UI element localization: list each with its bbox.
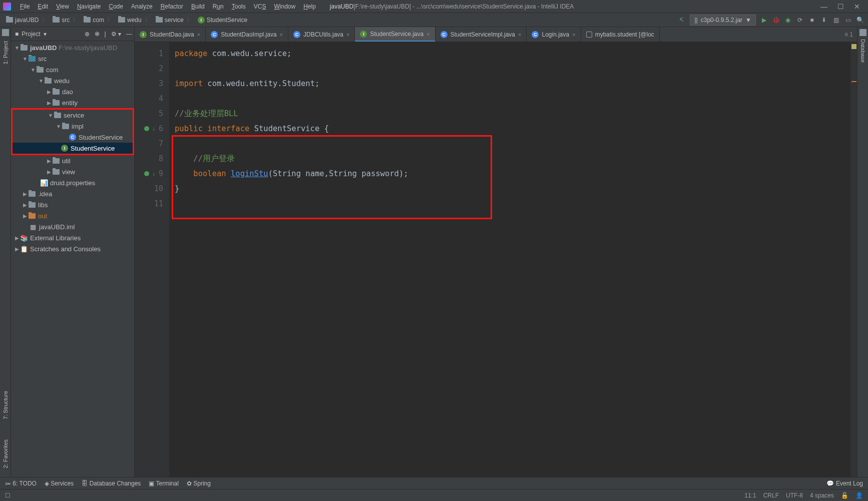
todo-tool-tab[interactable]: ≔ 6: TODO [5,480,37,487]
spring-tool-tab[interactable]: ✿ Spring [187,480,211,487]
search-icon[interactable]: 🔍 [856,16,864,24]
readonly-lock-icon[interactable]: 🔓 [841,492,848,499]
tree-src[interactable]: ▼src [11,53,134,64]
tree-entity[interactable]: ▶entity [11,97,134,108]
line-number[interactable]: 3 [135,76,167,91]
run-icon[interactable]: ▶ [760,16,768,24]
breadcrumb-wedu[interactable]: wedu〉 [116,16,154,24]
menu-run[interactable]: Run [209,2,228,11]
tree-dao[interactable]: ▶dao [11,86,134,97]
run-config-selector[interactable]: ||c3p0-0.9.5.2.jar▼ [690,15,756,26]
vcs-update-icon[interactable]: ⬇ [820,16,828,24]
line-number[interactable]: ↓9 [135,166,167,181]
debug-icon[interactable]: 🐞 [772,16,780,24]
coverage-icon[interactable]: ◉ [784,16,792,24]
project-panel-title[interactable]: ■ Project ▾ [15,31,47,38]
line-number[interactable]: 10 [135,181,167,196]
override-gutter-icon[interactable] [144,171,149,176]
tree-libs[interactable]: ▶libs [11,199,134,210]
line-number[interactable]: ↓6 [135,121,167,136]
favorites-tool-tab[interactable]: 2: Favorites [3,436,9,471]
tree-extlibs[interactable]: ▶📚External Libraries [11,232,134,243]
settings-gear-icon[interactable]: ⚙ ▾ [111,31,121,38]
tree-service[interactable]: ▼service [13,110,133,121]
close-icon[interactable]: × [426,31,429,37]
caret-position[interactable]: 11:1 [744,492,756,499]
menu-code[interactable]: Code [105,2,127,11]
file-encoding[interactable]: UTF-8 [786,492,803,499]
tab-jdbcutils[interactable]: CJDBCUtils.java× [288,27,355,42]
structure-tool-tab[interactable]: 7: Structure [3,388,9,422]
tab-studentservice[interactable]: IStudentService.java× [355,27,435,42]
menu-edit[interactable]: Edit [34,2,52,11]
line-number[interactable]: 7 [135,136,167,151]
hide-icon[interactable]: — [126,31,132,38]
eventlog-tool-tab[interactable]: 💬 Event Log [826,480,863,487]
menu-window[interactable]: Window [270,2,299,11]
breadcrumb-class[interactable]: IStudentService [196,17,249,24]
line-number[interactable]: 2 [135,61,167,76]
tab-studentdaoimpl[interactable]: CStudentDaoImpl.java× [206,27,288,42]
tree-idea[interactable]: ▶.idea [11,188,134,199]
editor-marker-stripe[interactable] [850,42,857,477]
line-number[interactable]: 11 [135,196,167,211]
editor-code[interactable]: package com.wedu.service; import com.wed… [170,42,850,477]
minimize-icon[interactable]: — [820,3,827,11]
indent-status[interactable]: 4 spaces [810,492,834,499]
status-icon[interactable]: ☐ [5,492,11,499]
close-icon[interactable]: × [280,32,283,38]
inspection-icon[interactable]: 👤 [855,492,863,499]
close-icon[interactable]: × [518,32,521,38]
menu-refactor[interactable]: Refactor [157,2,187,11]
database-tool-icon[interactable] [859,29,866,36]
project-tree[interactable]: ▼javaUBD F:\re-study\javaUBD ▼src ▼com ▼… [11,41,134,477]
menu-vcs[interactable]: VCS [250,2,270,11]
menu-navigate[interactable]: Navigate [73,2,105,11]
line-number[interactable]: 4 [135,91,167,106]
menu-tools[interactable]: Tools [228,2,250,11]
close-icon[interactable]: ✕ [854,3,860,11]
tree-view[interactable]: ▶view [11,166,134,177]
menu-file[interactable]: File [16,2,34,11]
breadcrumb-root[interactable]: javaUBD〉 [4,16,51,24]
tree-studentserviceimpl[interactable]: CStudentService [13,132,133,143]
database-tool-tab[interactable]: Database [860,36,866,66]
tab-overflow[interactable]: ≡ 1 [840,27,857,42]
breadcrumb-src[interactable]: src〉 [51,16,82,24]
tree-util[interactable]: ▶util [11,155,134,166]
menu-analyze[interactable]: Analyze [127,2,157,11]
tree-wedu[interactable]: ▼wedu [11,75,134,86]
tree-druid[interactable]: 📊druid.properties [11,177,134,188]
project-tool-tab[interactable]: 1: Project [3,38,9,67]
override-gutter-icon[interactable] [144,126,149,131]
menu-view[interactable]: View [52,2,73,11]
tree-com[interactable]: ▼com [11,64,134,75]
breadcrumb-service[interactable]: service〉 [154,16,196,24]
profiler-icon[interactable]: ⟳ [796,16,804,24]
expand-icon[interactable]: ✻ [95,31,100,38]
line-number[interactable]: 1 [135,46,167,61]
tree-iml[interactable]: ▦javaUBD.iml [11,221,134,232]
tree-studentservice[interactable]: IStudentService [13,143,133,154]
warning-marker-icon[interactable] [851,44,856,49]
settings-icon[interactable]: ▭ [844,16,852,24]
menu-help[interactable]: Help [299,2,320,11]
project-tool-icon[interactable] [2,29,9,36]
tab-studentserviceimpl[interactable]: CStudentServiceImpl.java× [436,27,527,42]
warning-stripe-mark[interactable] [851,81,856,82]
maximize-icon[interactable]: ☐ [837,3,844,11]
services-tool-tab[interactable]: ◈ Services [45,480,74,487]
stop-icon[interactable]: ■ [808,16,816,24]
line-number[interactable]: 5 [135,106,167,121]
editor-gutter[interactable]: 1 2 3 4 5 ↓6 7 8 ↓9 10 11 [135,42,170,477]
tree-out[interactable]: ▶out [11,210,134,221]
line-number[interactable]: 8 [135,151,167,166]
terminal-tool-tab[interactable]: ▣ Terminal [149,480,178,487]
tab-login[interactable]: CLogin.java× [527,27,581,42]
close-icon[interactable]: × [197,32,200,38]
line-separator[interactable]: CRLF [763,492,779,499]
locate-icon[interactable]: ⊕ [85,31,90,38]
close-icon[interactable]: × [572,32,575,38]
tree-impl[interactable]: ▼impl [13,121,133,132]
menu-build[interactable]: Build [187,2,209,11]
